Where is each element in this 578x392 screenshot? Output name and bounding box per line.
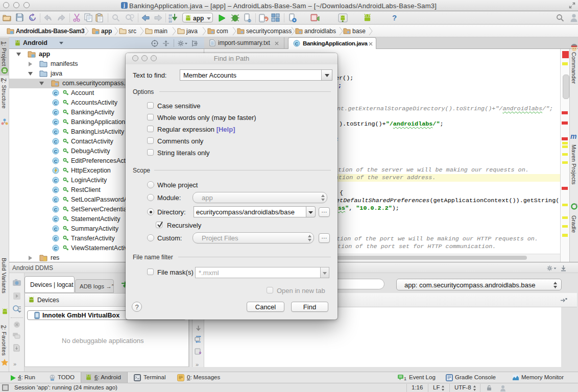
svg-text:C: C — [54, 91, 58, 96]
svg-text:C: C — [54, 139, 58, 144]
svg-text:C: C — [54, 110, 58, 115]
svg-text:C: C — [54, 217, 58, 222]
svg-text:C: C — [54, 159, 58, 164]
svg-text:C: C — [54, 246, 58, 251]
svg-text:10: 10 — [168, 20, 172, 22]
svg-text:C: C — [295, 41, 299, 46]
svg-text:C: C — [54, 130, 58, 135]
svg-text:C: C — [54, 101, 58, 106]
svg-text:C: C — [54, 149, 58, 154]
svg-text:C: C — [54, 188, 58, 193]
svg-text:C: C — [54, 120, 58, 125]
svg-text:C: C — [54, 227, 58, 232]
svg-text:C: C — [54, 236, 58, 241]
svg-text:C: C — [54, 198, 58, 203]
svg-text:C: C — [54, 207, 58, 212]
svg-text:C: C — [54, 178, 58, 183]
